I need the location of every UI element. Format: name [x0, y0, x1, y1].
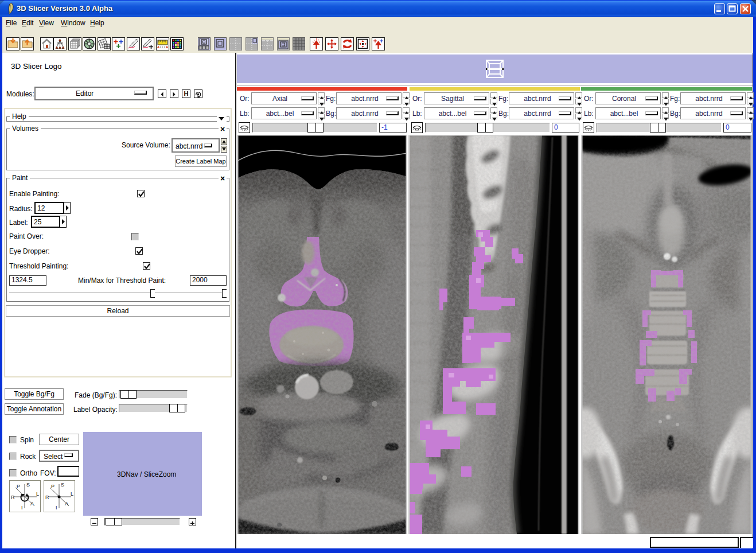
svg-text:L: L [71, 491, 73, 497]
svg-text:I: I [21, 505, 23, 511]
svg-text:S: S [26, 482, 30, 488]
svg-text:I: I [56, 505, 57, 511]
svg-text:R: R [11, 494, 15, 500]
svg-text:P: P [51, 484, 54, 489]
svg-text:A: A [30, 501, 34, 507]
svg-text:A: A [65, 501, 68, 507]
svg-text:S: S [61, 482, 64, 488]
svg-text:R: R [45, 494, 49, 500]
svg-text:P: P [17, 484, 20, 489]
svg-text:L: L [36, 491, 39, 497]
